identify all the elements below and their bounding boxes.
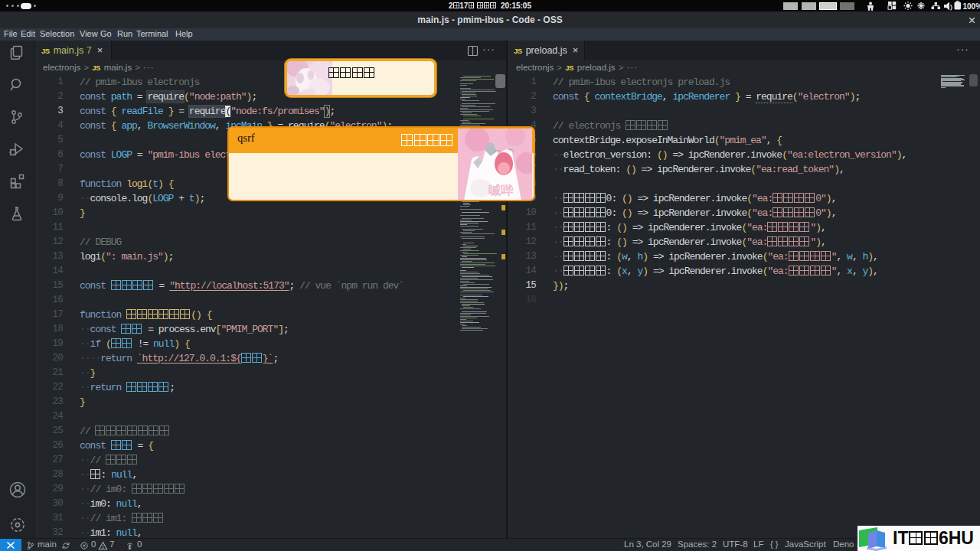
svg-text:喴哔: 喴哔 xyxy=(488,184,514,197)
svg-text:100%: 100% xyxy=(963,2,980,11)
